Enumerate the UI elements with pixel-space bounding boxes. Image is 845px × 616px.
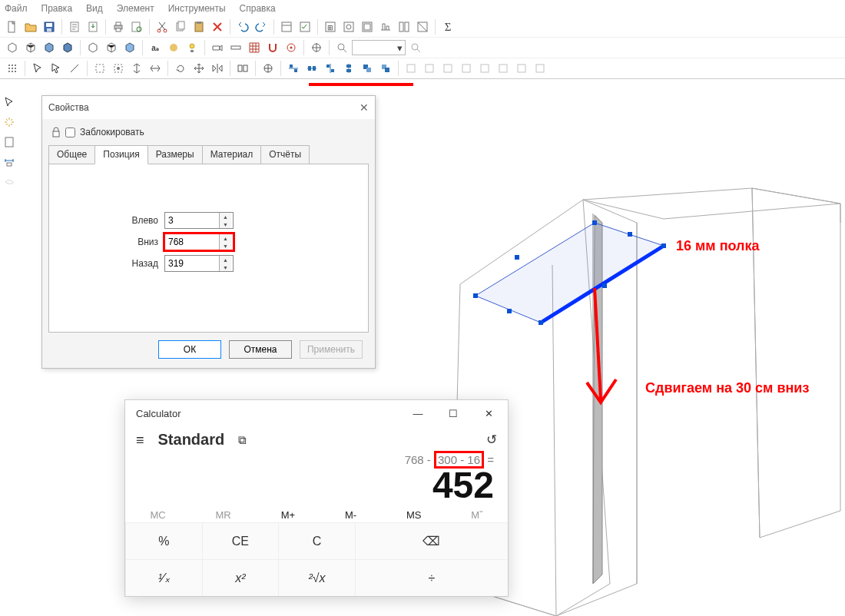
minimize-icon[interactable]: — [400,401,436,426]
dis-b-icon[interactable] [421,60,438,77]
text-icon[interactable]: aₐ [147,39,164,56]
key-c[interactable]: C [278,522,355,559]
mem-mlist[interactable]: Mˇ [471,509,482,521]
grid-icon[interactable] [246,39,263,56]
move-icon[interactable] [191,60,207,77]
align-v-a-icon[interactable] [322,60,339,77]
tab-position[interactable]: Позиция [94,145,147,164]
copy-icon[interactable] [172,18,189,35]
color-icon[interactable] [165,39,182,56]
print-preview-icon[interactable] [128,18,145,35]
undo-icon[interactable] [234,18,251,35]
dis-f-icon[interactable] [495,60,512,77]
dis-d-icon[interactable] [458,60,475,77]
tab-general[interactable]: Общее [48,145,95,164]
center-icon[interactable] [260,60,277,77]
sel-c-icon[interactable] [128,60,145,77]
page-icon[interactable] [66,18,83,35]
props-icon[interactable] [278,18,295,35]
view-c-icon[interactable] [121,39,138,56]
cube-a-icon[interactable] [4,39,21,56]
dis-c-icon[interactable] [439,60,456,77]
align-v-b-icon[interactable] [340,60,357,77]
light-icon[interactable] [184,39,200,56]
tool-f-icon[interactable] [414,18,431,35]
mem-ms[interactable]: MS [406,509,422,521]
vt-light-icon[interactable] [1,114,18,131]
apply-button[interactable]: Применить [300,340,363,359]
align-stack-a-icon[interactable] [359,60,376,77]
cam-b-icon[interactable] [227,39,244,56]
view-a-icon[interactable] [84,39,101,56]
align-h-b-icon[interactable] [303,60,320,77]
align-stack-b-icon[interactable] [377,60,394,77]
tool-d-icon[interactable] [377,18,394,35]
spin-down-icon[interactable]: ▼ [220,242,231,250]
spin-up-icon[interactable]: ▲ [220,256,231,263]
tool-e-icon[interactable] [396,18,413,35]
history-icon[interactable]: ↺ [486,432,497,448]
spin-up-icon[interactable]: ▲ [220,234,231,242]
vt-dim-icon[interactable] [1,154,18,171]
dis-e-icon[interactable] [476,60,493,77]
cancel-button[interactable]: Отмена [229,340,292,359]
sel-a-icon[interactable] [91,60,108,77]
sel-b-icon[interactable] [110,60,127,77]
menu-element[interactable]: Элемент [117,3,154,14]
dots-icon[interactable] [4,60,21,77]
zoom-dropdown[interactable]: ▾ [352,40,406,55]
sel-d-icon[interactable] [147,60,164,77]
mirror-icon[interactable] [209,60,226,77]
menu-tools[interactable]: Инструменты [168,3,226,14]
target-b-icon[interactable] [308,39,325,56]
align-h-a-icon[interactable] [285,60,302,77]
cursor-select-icon[interactable] [29,60,46,77]
input-back[interactable] [165,256,219,271]
pointer-icon[interactable] [48,60,65,77]
group-a-icon[interactable] [234,60,251,77]
spin-up-icon[interactable]: ▲ [220,213,231,220]
tab-dimensions[interactable]: Размеры [147,145,203,164]
maximize-icon[interactable]: ☐ [436,401,471,426]
zoom-out-icon[interactable] [407,39,424,56]
cam-a-icon[interactable] [209,39,226,56]
menu-file[interactable]: Файл [5,3,28,14]
cut-icon[interactable] [154,18,171,35]
vt-page-icon[interactable] [1,134,18,151]
view-b-icon[interactable] [103,39,120,56]
spin-down-icon[interactable]: ▼ [220,220,231,228]
line-icon[interactable] [66,60,83,77]
hamburger-icon[interactable]: ≡ [136,433,144,447]
close-icon[interactable]: ✕ [471,401,506,426]
new-file-icon[interactable] [4,18,21,35]
vt-arrow-icon[interactable] [1,94,18,111]
rotate-icon[interactable] [172,60,189,77]
open-file-icon[interactable] [22,18,39,35]
dis-h-icon[interactable] [532,60,548,77]
print-icon[interactable] [110,18,127,35]
redo-icon[interactable] [253,18,270,35]
ok-button[interactable]: ОК [158,340,221,359]
cube-d-icon[interactable] [59,39,76,56]
magnet-icon[interactable] [264,39,281,56]
key-ce[interactable]: CE [202,522,279,559]
key-backspace[interactable]: ⌫ [355,522,508,559]
spin-down-icon[interactable]: ▼ [220,263,231,271]
key-percent[interactable]: % [125,522,202,559]
mem-mplus[interactable]: M+ [281,509,295,521]
paste-icon[interactable] [191,18,207,35]
menu-view[interactable]: Вид [86,3,103,14]
close-icon[interactable]: ✕ [360,101,369,114]
tab-reports[interactable]: Отчёты [260,145,310,164]
target-a-icon[interactable] [283,39,300,56]
dis-g-icon[interactable] [513,60,530,77]
sigma-icon[interactable]: Σ [439,18,456,35]
cube-c-icon[interactable] [41,39,58,56]
export-icon[interactable] [84,18,101,35]
cube-b-icon[interactable] [22,39,39,56]
tool-a-icon[interactable]: ⊞ [322,18,339,35]
menu-help[interactable]: Справка [240,3,276,14]
key-sqrt[interactable]: ²√x [278,559,355,596]
key-reciprocal[interactable]: ¹⁄ₓ [125,559,202,596]
tool-c-icon[interactable] [359,18,376,35]
